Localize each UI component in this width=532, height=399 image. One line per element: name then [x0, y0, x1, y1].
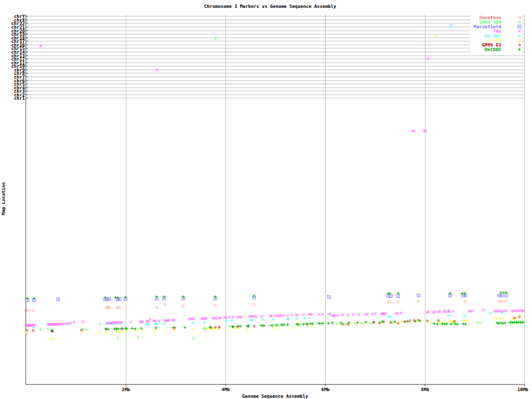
point-tng — [274, 315, 276, 317]
point-g3-dot — [219, 327, 219, 327]
point-gb4 — [360, 322, 363, 325]
point-genethon — [253, 303, 256, 306]
point-decode — [520, 321, 522, 324]
point-wirh — [164, 329, 167, 331]
point-decode — [253, 295, 256, 298]
point-decode — [163, 296, 166, 298]
point-g3-dot — [414, 320, 414, 320]
x-tick-label-8Mb: 8Mb — [421, 387, 429, 392]
point-decode — [113, 328, 116, 330]
point-decode — [184, 326, 187, 329]
point-wirh — [153, 329, 156, 331]
point-decode — [498, 322, 500, 325]
point-wiyac — [308, 317, 311, 319]
point-tng — [438, 310, 441, 313]
point-genethon — [116, 306, 119, 309]
point-decode — [496, 322, 499, 325]
point-decode — [463, 292, 466, 295]
point-wirh — [216, 328, 219, 330]
point-wiyac — [230, 319, 233, 321]
point-wirh — [462, 319, 465, 322]
point-decode — [116, 296, 119, 299]
point-wiyac — [146, 323, 149, 325]
point-marshfield-dot — [465, 295, 466, 296]
point-genethon — [182, 305, 185, 308]
point-decode — [464, 323, 467, 326]
point-tng — [502, 310, 505, 313]
point-wirh — [496, 317, 498, 320]
point-tng — [69, 322, 72, 325]
point-tng — [261, 315, 263, 318]
point-wirh — [234, 327, 237, 330]
point-tng — [39, 45, 42, 47]
point-tng — [396, 312, 399, 315]
point-decode — [104, 296, 107, 299]
point-wiyac — [225, 319, 228, 322]
point-decode — [436, 323, 439, 326]
point-tng — [158, 320, 160, 322]
point-wirh — [192, 328, 195, 330]
point-tng — [121, 321, 123, 324]
point-wiyac — [447, 314, 450, 316]
x-axis-label: Genome Sequence Assembly — [242, 394, 308, 399]
point-decode — [115, 328, 118, 331]
point-wirh — [212, 328, 214, 330]
point-decode — [182, 296, 185, 298]
point-wiyac — [32, 325, 35, 328]
point-decode — [134, 328, 137, 330]
point-wirh — [466, 319, 469, 322]
point-wiyac — [303, 317, 306, 319]
chrom-label-chr1: chr1 — [14, 96, 25, 101]
point-tng — [341, 314, 344, 316]
point-decode — [214, 296, 217, 298]
point-g3-dot — [27, 330, 27, 330]
point-g3-dot — [427, 320, 427, 321]
point-g3-dot — [379, 323, 379, 323]
legend: GenethonGM99 GB4MarshfieldTNGWI YACWI RH… — [470, 15, 523, 52]
point-tng — [505, 310, 507, 312]
point-wirh — [362, 323, 365, 325]
point-marshfield-dot — [450, 295, 451, 296]
point-decode — [327, 322, 330, 325]
point-g3-dot — [254, 326, 254, 326]
point-marshfield-dot — [506, 295, 507, 296]
point-tng — [413, 130, 416, 132]
point-genethon — [118, 306, 121, 309]
point-decode — [107, 328, 110, 331]
point-genethon — [32, 309, 35, 312]
point-decode — [51, 329, 54, 332]
point-wirh — [25, 330, 27, 333]
point-wirh — [464, 320, 467, 322]
point-marshfield-dot — [119, 299, 120, 300]
series-marshfield — [26, 294, 508, 302]
point-tng — [427, 310, 429, 313]
point-marshfield-dot — [106, 299, 107, 300]
point-wiyac — [489, 312, 492, 314]
point-marshfield-dot — [499, 295, 500, 296]
point-wirh — [206, 327, 208, 330]
legend-marker-g3-dot — [519, 44, 520, 45]
point-genethon — [500, 300, 503, 303]
point-genethon — [214, 304, 217, 307]
point-tng — [271, 315, 273, 317]
point-wirh — [52, 337, 54, 340]
point-wirh — [99, 331, 101, 334]
point-decode — [331, 322, 334, 325]
point-gb4 — [47, 328, 49, 331]
point-g3-dot — [418, 320, 419, 320]
point-decode — [302, 323, 305, 326]
point-marshfield-dot — [501, 295, 502, 296]
point-decode — [441, 323, 444, 325]
point-gb4 — [476, 321, 479, 324]
point-wirh — [500, 317, 503, 319]
point-decode — [456, 323, 459, 326]
x-tick-label-4Mb: 4Mb — [222, 387, 230, 392]
data-points — [25, 25, 525, 340]
point-wirh — [246, 328, 249, 331]
point-tng — [173, 319, 175, 321]
point-g3-dot — [342, 324, 343, 324]
point-g3-dot — [438, 320, 438, 320]
point-tng — [149, 318, 151, 321]
point-decode — [26, 297, 29, 300]
legend-marker-marshfield-dot — [519, 26, 520, 27]
